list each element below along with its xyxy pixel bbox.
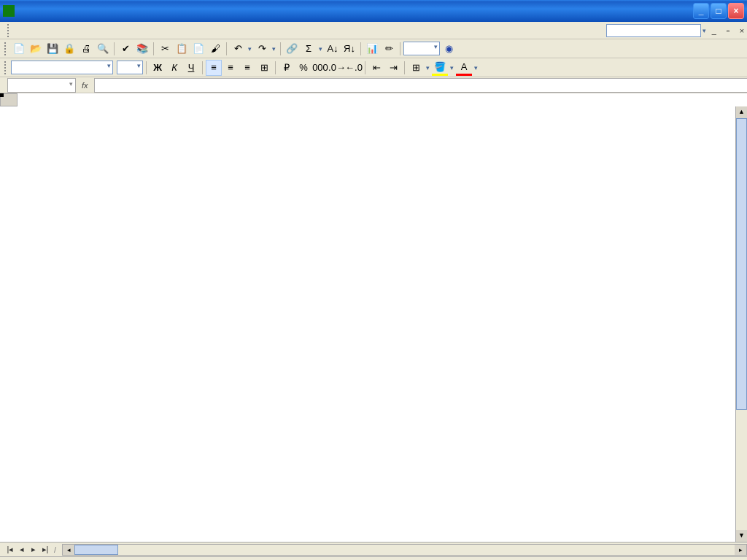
currency-icon[interactable]: ₽ (279, 60, 295, 76)
print-icon[interactable]: 🖨 (78, 41, 94, 57)
increase-indent-icon[interactable]: ⇥ (385, 60, 401, 76)
fill-handle[interactable] (0, 93, 4, 97)
redo-icon[interactable]: ↷ (254, 41, 270, 57)
fontcolor-dropdown[interactable]: ▾ (473, 64, 479, 71)
decrease-decimal-icon[interactable]: ←.0 (346, 60, 362, 76)
minimize-button[interactable]: _ (693, 3, 709, 19)
bold-icon[interactable]: Ж (150, 60, 166, 76)
format-painter-icon[interactable]: 🖌 (207, 41, 223, 57)
toolbar-grip[interactable] (4, 42, 7, 55)
horizontal-scrollbar[interactable]: ◂ ▸ (62, 544, 747, 556)
help-icon[interactable]: ◉ (441, 41, 457, 57)
formula-bar: fx (0, 77, 747, 93)
font-combo[interactable] (11, 61, 113, 74)
scroll-thumb[interactable] (736, 118, 747, 410)
scroll-up-icon[interactable]: ▲ (736, 106, 747, 118)
underline-icon[interactable]: Ч (183, 60, 199, 76)
zoom-combo[interactable] (403, 42, 440, 55)
worksheet-grid[interactable]: ▲ ▼ (0, 93, 747, 542)
scroll-right-icon[interactable]: ▸ (735, 545, 746, 555)
title-bar: _ □ × (0, 0, 747, 22)
sort-asc-icon[interactable]: A↓ (325, 41, 341, 57)
hscroll-thumb[interactable] (74, 545, 118, 555)
align-right-icon[interactable]: ≡ (239, 60, 255, 76)
help-search-input[interactable] (606, 24, 701, 37)
autosum-dropdown[interactable]: ▾ (317, 45, 324, 52)
italic-icon[interactable]: К (166, 60, 182, 76)
status-bar (0, 556, 747, 560)
percent-icon[interactable]: % (295, 60, 311, 76)
undo-icon[interactable]: ↶ (230, 41, 246, 57)
standard-toolbar: 📄 📂 💾 🔒 🖨 🔍 ✔ 📚 ✂ 📋 📄 🖌 ↶▾ ↷▾ 🔗 Σ▾ A↓ Я↓… (0, 39, 747, 58)
comma-icon[interactable]: 000 (312, 60, 328, 76)
fx-icon[interactable]: fx (82, 81, 88, 90)
vertical-scrollbar[interactable]: ▲ ▼ (735, 106, 747, 542)
save-icon[interactable]: 💾 (44, 41, 61, 57)
doc-restore-button[interactable]: ▫ (723, 26, 733, 35)
new-icon[interactable]: 📄 (11, 41, 27, 57)
research-icon[interactable]: 📚 (134, 41, 150, 57)
close-button[interactable]: × (728, 3, 744, 19)
fill-color-icon[interactable]: 🪣 (432, 60, 448, 76)
toolbar-grip[interactable] (4, 61, 7, 74)
scroll-left-icon[interactable]: ◂ (63, 545, 74, 555)
borders-icon[interactable]: ⊞ (408, 60, 424, 76)
fill-dropdown[interactable]: ▾ (449, 64, 455, 71)
align-center-icon[interactable]: ≡ (222, 60, 239, 76)
paste-icon[interactable]: 📄 (190, 41, 206, 57)
sheet-tab-bar: |◂◂▸▸| / ◂ ▸ (0, 542, 747, 556)
align-left-icon[interactable]: ≡ (206, 60, 222, 76)
toolbar-grip[interactable] (7, 24, 12, 37)
tab-nav[interactable]: |◂◂▸▸| (4, 545, 51, 554)
formula-input[interactable] (94, 78, 747, 93)
font-color-icon[interactable]: A (456, 60, 472, 76)
redo-dropdown[interactable]: ▾ (271, 45, 277, 52)
merge-icon[interactable]: ⊞ (256, 60, 272, 76)
autosum-icon[interactable]: Σ (301, 41, 317, 57)
cut-icon[interactable]: ✂ (157, 41, 173, 57)
doc-minimize-button[interactable]: _ (709, 26, 719, 35)
open-icon[interactable]: 📂 (28, 41, 44, 57)
spelling-icon[interactable]: ✔ (117, 41, 133, 57)
sort-desc-icon[interactable]: Я↓ (341, 41, 357, 57)
chart-icon[interactable]: 📊 (364, 41, 380, 57)
maximize-button[interactable]: □ (711, 3, 727, 19)
cell-selection (0, 93, 3, 96)
excel-icon (3, 5, 15, 17)
help-dropdown-icon[interactable]: ▾ (701, 27, 708, 34)
doc-close-button[interactable]: × (737, 26, 747, 35)
format-toolbar: Ж К Ч ≡ ≡ ≡ ⊞ ₽ % 000 .0→ ←.0 ⇤ ⇥ ⊞▾ 🪣▾ … (0, 58, 747, 77)
undo-dropdown[interactable]: ▾ (247, 45, 253, 52)
menu-bar: ▾ _ ▫ × (0, 22, 747, 39)
copy-icon[interactable]: 📋 (174, 41, 190, 57)
drawing-icon[interactable]: ✏ (381, 41, 397, 57)
name-box[interactable] (7, 78, 76, 93)
preview-icon[interactable]: 🔍 (95, 41, 111, 57)
decrease-indent-icon[interactable]: ⇤ (368, 60, 384, 76)
permission-icon[interactable]: 🔒 (61, 41, 77, 57)
borders-dropdown[interactable]: ▾ (425, 64, 431, 71)
hyperlink-icon[interactable]: 🔗 (284, 41, 300, 57)
scroll-down-icon[interactable]: ▼ (736, 530, 747, 542)
increase-decimal-icon[interactable]: .0→ (329, 60, 345, 76)
fontsize-combo[interactable] (117, 61, 143, 74)
